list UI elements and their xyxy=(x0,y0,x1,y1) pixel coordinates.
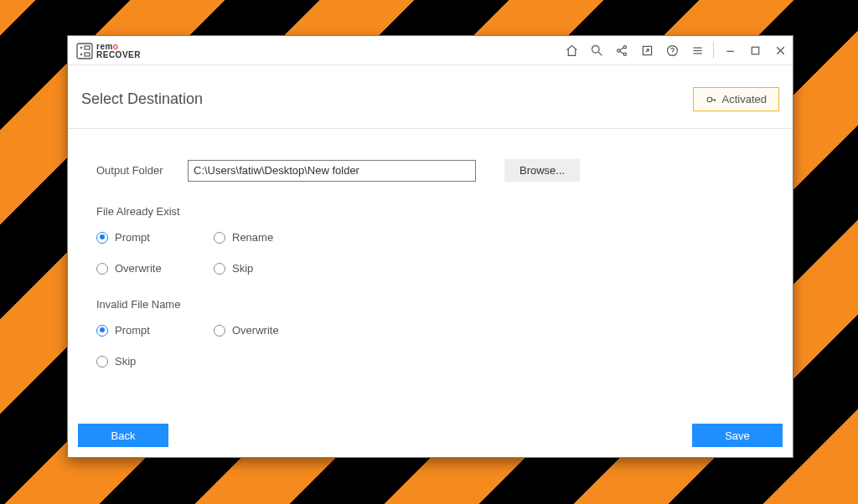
radio-file-exist-overwrite[interactable]: Overwrite xyxy=(96,262,214,275)
logo-line1a: rem xyxy=(96,42,113,51)
page-title: Select Destination xyxy=(81,90,203,108)
svg-line-10 xyxy=(619,48,623,50)
titlebar-separator xyxy=(713,42,714,59)
radio-label: Overwrite xyxy=(232,324,279,337)
svg-point-8 xyxy=(623,45,626,48)
radio-invalid-prompt[interactable]: Prompt xyxy=(96,324,214,337)
browse-button[interactable]: Browse... xyxy=(504,159,580,182)
svg-point-22 xyxy=(707,97,712,102)
output-folder-input[interactable] xyxy=(188,160,476,182)
svg-rect-4 xyxy=(85,53,90,56)
output-folder-row: Output Folder Browse... xyxy=(96,159,764,182)
invalid-name-options: Prompt Overwrite Skip xyxy=(96,324,764,368)
radio-icon xyxy=(214,232,225,244)
share-icon[interactable] xyxy=(609,37,634,64)
footer: Back Save xyxy=(68,424,793,457)
radio-icon xyxy=(96,356,108,368)
link-icon[interactable] xyxy=(634,37,659,64)
body: Output Folder Browse... File Already Exi… xyxy=(68,129,793,424)
activated-badge[interactable]: Activated xyxy=(693,87,779,111)
radio-file-exist-prompt[interactable]: Prompt xyxy=(96,231,214,244)
activated-label: Activated xyxy=(722,93,767,105)
radio-icon xyxy=(96,232,108,244)
logo-line1b: o xyxy=(113,42,119,51)
radio-icon xyxy=(214,263,225,275)
svg-point-9 xyxy=(623,53,626,55)
radio-label: Skip xyxy=(115,355,136,368)
svg-point-5 xyxy=(592,45,599,53)
app-icon xyxy=(76,43,93,59)
svg-line-6 xyxy=(598,52,602,55)
radio-icon xyxy=(96,325,108,337)
radio-icon xyxy=(214,325,225,337)
svg-rect-19 xyxy=(752,47,759,54)
radio-label: Rename xyxy=(232,231,273,244)
close-button[interactable] xyxy=(768,37,793,64)
radio-label: Prompt xyxy=(115,324,150,337)
svg-point-1 xyxy=(80,46,82,48)
home-icon[interactable] xyxy=(559,37,584,64)
radio-label: Overwrite xyxy=(115,262,162,275)
radio-icon xyxy=(96,263,108,275)
help-icon[interactable] xyxy=(659,37,685,64)
search-icon[interactable] xyxy=(584,37,609,64)
svg-line-11 xyxy=(619,51,623,54)
svg-point-2 xyxy=(80,53,82,54)
maximize-button[interactable] xyxy=(742,37,768,64)
invalid-name-label: Invalid File Name xyxy=(96,298,764,311)
app-window: remo RECOVER xyxy=(67,35,793,458)
logo-text: remo RECOVER xyxy=(96,43,141,59)
radio-file-exist-skip[interactable]: Skip xyxy=(214,262,331,275)
file-exist-label: File Already Exist xyxy=(96,205,764,218)
logo: remo RECOVER xyxy=(68,40,149,61)
save-button[interactable]: Save xyxy=(692,424,783,447)
svg-point-7 xyxy=(617,49,619,51)
radio-file-exist-rename[interactable]: Rename xyxy=(214,231,331,244)
radio-invalid-skip[interactable]: Skip xyxy=(96,355,214,368)
menu-icon[interactable] xyxy=(685,37,710,64)
back-button[interactable]: Back xyxy=(78,424,168,447)
svg-rect-3 xyxy=(85,46,90,49)
key-icon xyxy=(706,94,717,105)
svg-point-14 xyxy=(672,53,673,54)
radio-label: Prompt xyxy=(115,231,150,244)
logo-line2: RECOVER xyxy=(96,51,141,59)
output-folder-label: Output Folder xyxy=(96,164,168,177)
header-row: Select Destination Activated xyxy=(68,65,793,129)
file-exist-options: Prompt Rename Overwrite Skip xyxy=(96,231,764,275)
minimize-button[interactable] xyxy=(717,37,742,64)
titlebar: remo RECOVER xyxy=(68,36,793,65)
radio-invalid-overwrite[interactable]: Overwrite xyxy=(214,324,331,337)
radio-label: Skip xyxy=(232,262,253,275)
